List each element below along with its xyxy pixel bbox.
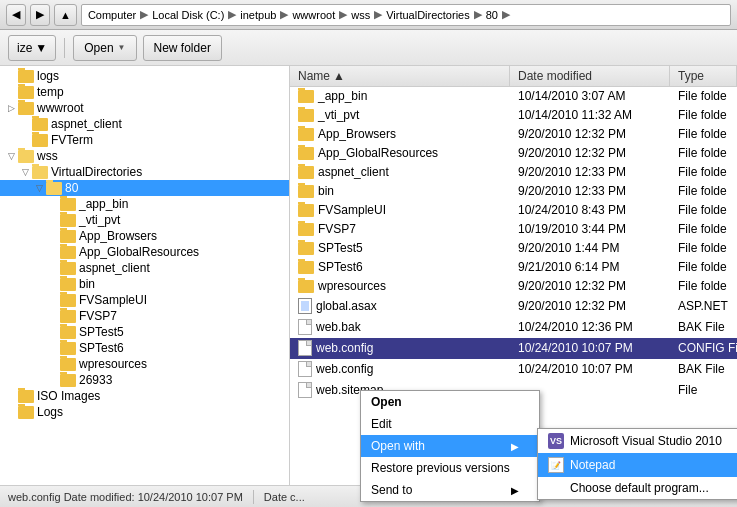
context-menu-open-with[interactable]: Open with ▶ <box>361 435 539 457</box>
tree-item-26933[interactable]: 26933 <box>0 372 289 388</box>
tree-label: logs <box>37 69 59 83</box>
col-header-name[interactable]: Name ▲ <box>290 66 510 86</box>
tree-item-wss[interactable]: ▽ wss <box>0 148 289 164</box>
open-button[interactable]: Open ▼ <box>73 35 136 61</box>
context-menu-sendto[interactable]: Send to ▶ <box>361 479 539 501</box>
file-row[interactable]: global.asax 9/20/2010 12:32 PM ASP.NET <box>290 296 737 317</box>
folder-icon <box>18 406 34 419</box>
tree-item-sptest5[interactable]: SPTest5 <box>0 324 289 340</box>
file-row-webconfig[interactable]: web.config 10/24/2010 10:07 PM CONFIG Fi <box>290 338 737 359</box>
tree-label: VirtualDirectories <box>51 165 142 179</box>
tree-item-logs2[interactable]: Logs <box>0 404 289 420</box>
tree-pane[interactable]: logs temp ▷ wwwroot aspnet_client FVTerm <box>0 66 290 485</box>
tree-item-fvterm[interactable]: FVTerm <box>0 132 289 148</box>
context-menu-restore[interactable]: Restore previous versions <box>361 457 539 479</box>
submenu-arrow-icon: ▶ <box>511 485 519 496</box>
context-menu-edit[interactable]: Edit <box>361 413 539 435</box>
tree-item-appglobal[interactable]: App_GlobalResources <box>0 244 289 260</box>
file-row[interactable]: FVSampleUI 10/24/2010 8:43 PM File folde <box>290 201 737 220</box>
file-row[interactable]: FVSP7 10/19/2010 3:44 PM File folde <box>290 220 737 239</box>
address-80[interactable]: 80 <box>486 9 498 21</box>
tree-item-sptest6[interactable]: SPTest6 <box>0 340 289 356</box>
tree-item-wpres[interactable]: wpresources <box>0 356 289 372</box>
organize-button[interactable]: ize ▼ <box>8 35 56 61</box>
tree-item-wwwroot[interactable]: ▷ wwwroot <box>0 100 289 116</box>
folder-icon <box>298 166 314 179</box>
file-row[interactable]: SPTest5 9/20/2010 1:44 PM File folde <box>290 239 737 258</box>
open-arrow-icon: ▼ <box>118 43 126 52</box>
tree-label: FVTerm <box>51 133 93 147</box>
toolbar: ize ▼ Open ▼ New folder <box>0 30 737 66</box>
file-row[interactable]: App_GlobalResources 9/20/2010 12:32 PM F… <box>290 144 737 163</box>
address-bar: ◀ ▶ ▲ Computer ▶ Local Disk (C:) ▶ inetp… <box>0 0 737 30</box>
tree-label: _app_bin <box>79 197 128 211</box>
tree-item-aspnet2[interactable]: aspnet_client <box>0 260 289 276</box>
tree-label: bin <box>79 277 95 291</box>
tree-item-aspnet[interactable]: aspnet_client <box>0 116 289 132</box>
address-wss[interactable]: wss <box>351 9 370 21</box>
tree-item-80[interactable]: ▽ 80 <box>0 180 289 196</box>
tree-item-fvsp7[interactable]: FVSP7 <box>0 308 289 324</box>
open-label: Open <box>84 41 113 55</box>
tree-label: aspnet_client <box>51 117 122 131</box>
file-row[interactable]: _vti_pvt 10/14/2010 11:32 AM File folde <box>290 106 737 125</box>
tree-item-virtual[interactable]: ▽ VirtualDirectories <box>0 164 289 180</box>
file-icon <box>298 361 312 377</box>
folder-icon <box>18 86 34 99</box>
file-row[interactable]: web.config 10/24/2010 10:07 PM BAK File <box>290 359 737 380</box>
tree-label: App_GlobalResources <box>79 245 199 259</box>
file-row[interactable]: aspnet_client 9/20/2010 12:33 PM File fo… <box>290 163 737 182</box>
notepad-icon: 📝 <box>548 457 564 473</box>
tree-item-temp[interactable]: temp <box>0 84 289 100</box>
new-folder-button[interactable]: New folder <box>143 35 222 61</box>
file-row[interactable]: _app_bin 10/14/2010 3:07 AM File folde <box>290 87 737 106</box>
folder-icon <box>18 390 34 403</box>
tree-label: FVSP7 <box>79 309 117 323</box>
address-computer[interactable]: Computer <box>88 9 136 21</box>
col-header-type[interactable]: Type <box>670 66 737 86</box>
context-menu[interactable]: Open Edit Open with ▶ Restore previous v… <box>360 390 540 502</box>
submenu-open-with[interactable]: VS Microsoft Visual Studio 2010 📝 Notepa… <box>537 428 737 500</box>
submenu-item-choose-default[interactable]: Choose default program... <box>538 477 737 499</box>
tree-label: _vti_pvt <box>79 213 120 227</box>
back-button[interactable]: ◀ <box>6 4 26 26</box>
tree-item-bin[interactable]: bin <box>0 276 289 292</box>
tree-item-vtipvt[interactable]: _vti_pvt <box>0 212 289 228</box>
new-folder-label: New folder <box>154 41 211 55</box>
file-row[interactable]: web.bak 10/24/2010 12:36 PM BAK File <box>290 317 737 338</box>
tree-item-iso[interactable]: ISO Images <box>0 388 289 404</box>
submenu-item-vs[interactable]: VS Microsoft Visual Studio 2010 <box>538 429 737 453</box>
address-virtual[interactable]: VirtualDirectories <box>386 9 470 21</box>
file-row[interactable]: bin 9/20/2010 12:33 PM File folde <box>290 182 737 201</box>
tree-item-appbrowsers[interactable]: App_Browsers <box>0 228 289 244</box>
forward-button[interactable]: ▶ <box>30 4 50 26</box>
tree-label: aspnet_client <box>79 261 150 275</box>
tree-label: 80 <box>65 181 78 195</box>
file-icon <box>298 319 312 335</box>
tree-item-fvsampleui[interactable]: FVSampleUI <box>0 292 289 308</box>
context-menu-open[interactable]: Open <box>361 391 539 413</box>
folder-icon <box>60 214 76 227</box>
col-header-date[interactable]: Date modified <box>510 66 670 86</box>
folder-icon <box>60 326 76 339</box>
tree-label: wwwroot <box>37 101 84 115</box>
folder-icon <box>298 109 314 122</box>
tree-item-logs[interactable]: logs <box>0 68 289 84</box>
file-row[interactable]: wpresources 9/20/2010 12:32 PM File fold… <box>290 277 737 296</box>
file-row[interactable]: App_Browsers 9/20/2010 12:32 PM File fol… <box>290 125 737 144</box>
address-drive[interactable]: Local Disk (C:) <box>152 9 224 21</box>
folder-icon <box>60 358 76 371</box>
submenu-item-notepad[interactable]: 📝 Notepad <box>538 453 737 477</box>
address-inetpub[interactable]: inetpub <box>240 9 276 21</box>
folder-icon <box>298 261 314 274</box>
folder-icon <box>298 223 314 236</box>
tree-label: Logs <box>37 405 63 419</box>
address-wwwroot[interactable]: wwwroot <box>292 9 335 21</box>
folder-open-icon <box>32 166 48 179</box>
address-path[interactable]: Computer ▶ Local Disk (C:) ▶ inetpub ▶ w… <box>81 4 731 26</box>
tree-item-appbin[interactable]: _app_bin <box>0 196 289 212</box>
up-button[interactable]: ▲ <box>54 4 77 26</box>
folder-icon <box>18 102 34 115</box>
folder-icon <box>60 310 76 323</box>
file-row[interactable]: SPTest6 9/21/2010 6:14 PM File folde <box>290 258 737 277</box>
